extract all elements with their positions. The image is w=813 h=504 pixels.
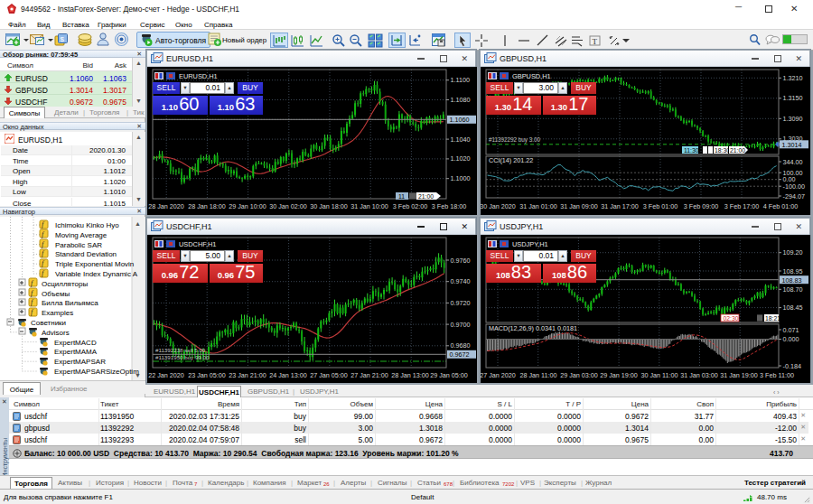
- svg-text:30 Jan 2020: 30 Jan 2020: [481, 202, 516, 210]
- svg-text:22 Jan 2020: 22 Jan 2020: [148, 371, 184, 379]
- svg-text:1.3150: 1.3150: [783, 94, 803, 102]
- svg-text:27 Jan 21:00: 27 Jan 21:00: [350, 371, 388, 379]
- svg-text:31 Jan 10:00: 31 Jan 10:00: [350, 202, 388, 210]
- svg-text:29 Jan 05:00: 29 Jan 05:00: [430, 371, 468, 379]
- svg-text:Triple Exponential Movin: Triple Exponential Movin: [55, 260, 134, 268]
- svg-text:27 Jan 05:00: 27 Jan 05:00: [310, 371, 348, 379]
- svg-text:21:00: 21:00: [418, 193, 434, 200]
- svg-text:108.83: 108.83: [782, 276, 802, 285]
- svg-text:28 Jan 18:00: 28 Jan 18:00: [188, 202, 226, 210]
- svg-text:11: 11: [398, 193, 405, 200]
- svg-text:0.9720: 0.9720: [451, 299, 471, 307]
- svg-text:Variable Index Dynamic A: Variable Index Dynamic A: [55, 270, 138, 278]
- svg-text:0.000: 0.000: [783, 335, 799, 343]
- svg-text:Объемы: Объемы: [42, 290, 70, 298]
- svg-text:1.3090: 1.3090: [783, 115, 803, 123]
- svg-text:Standard Deviation: Standard Deviation: [55, 250, 117, 258]
- svg-text:Советники: Советники: [31, 319, 66, 327]
- svg-text:-100.00: -100.00: [783, 182, 805, 191]
- svg-text:24 Jan 13:00: 24 Jan 13:00: [269, 371, 307, 379]
- svg-text:0.9760: 0.9760: [451, 257, 471, 265]
- svg-text:Осцилляторы: Осцилляторы: [42, 280, 88, 288]
- svg-text:ExpertMACD: ExpertMACD: [54, 339, 97, 347]
- svg-text:3 Feb 02:00: 3 Feb 02:00: [393, 202, 427, 210]
- svg-text:23 Jan 05:00: 23 Jan 05:00: [188, 371, 226, 379]
- svg-text:18:21:: 18:21:: [765, 315, 782, 322]
- svg-text:Advisors: Advisors: [42, 329, 70, 337]
- svg-text:-294.07: -294.07: [783, 192, 805, 201]
- svg-text:1.3014: 1.3014: [782, 141, 802, 149]
- svg-text:Билла Вильямса: Билла Вильямса: [42, 299, 98, 307]
- svg-text:28 Jan 13:00: 28 Jan 13:00: [391, 371, 429, 379]
- svg-text:ExpertMAMA: ExpertMAMA: [54, 348, 98, 356]
- svg-text:Parabolic SAR: Parabolic SAR: [55, 241, 102, 249]
- svg-text:ExpertMAPSAR: ExpertMAPSAR: [54, 358, 106, 366]
- svg-text:3 Feb 01:00: 3 Feb 01:00: [643, 202, 678, 210]
- svg-text:0.9740: 0.9740: [451, 277, 471, 285]
- svg-text:1.1100: 1.1100: [451, 76, 470, 84]
- svg-text:-0.184: -0.184: [783, 362, 801, 370]
- svg-text:USDCHF,H1: USDCHF,H1: [179, 240, 216, 248]
- svg-text:EURUSD,H1: EURUSD,H1: [179, 72, 218, 80]
- svg-text:1.3210: 1.3210: [783, 74, 803, 82]
- svg-text:CCI(14) 201.22: CCI(14) 201.22: [489, 156, 533, 164]
- svg-text:29 Jan 10:00: 29 Jan 10:00: [229, 202, 266, 210]
- svg-text:4 Feb 01:00: 4 Feb 01:00: [763, 202, 798, 210]
- svg-text:29 Jan 03:00: 29 Jan 03:00: [560, 371, 598, 379]
- svg-text:31 Jan 01:00: 31 Jan 01:00: [519, 202, 557, 210]
- svg-text:1.1000: 1.1000: [451, 174, 471, 182]
- svg-text:Examples: Examples: [42, 309, 73, 317]
- svg-text:108.95: 108.95: [783, 267, 803, 275]
- svg-text:27 Jan 2020: 27 Jan 2020: [481, 371, 516, 379]
- svg-text:108.45: 108.45: [783, 303, 803, 312]
- svg-text:#11391950 buy 99.00: #11391950 buy 99.00: [155, 354, 210, 360]
- svg-text:ExpertMAPSARSizeOptim: ExpertMAPSARSizeOptim: [54, 368, 139, 376]
- svg-text:28 Jan 11:00: 28 Jan 11:00: [519, 371, 556, 379]
- svg-text:#11392238 sell 5.00: #11392238 sell 5.00: [155, 347, 206, 353]
- svg-text:31 Jan 09:00: 31 Jan 09:00: [560, 202, 598, 210]
- svg-text:0.9700: 0.9700: [451, 321, 471, 329]
- svg-text:0.071: 0.071: [783, 326, 799, 334]
- svg-text:0.9680: 0.9680: [451, 341, 471, 350]
- svg-text:31 Jan 19:00: 31 Jan 19:00: [720, 371, 758, 379]
- svg-text:28 Jan 2020: 28 Jan 2020: [148, 202, 184, 210]
- svg-text:30 Jan 18:00: 30 Jan 18:00: [310, 202, 348, 210]
- svg-text:11:30: 11:30: [684, 147, 699, 154]
- svg-text:31 Jan 17:00: 31 Jan 17:00: [601, 202, 639, 210]
- svg-text:30 Jan 02:00: 30 Jan 02:00: [269, 202, 307, 210]
- svg-text:#11392292 buy 3.00: #11392292 buy 3.00: [489, 136, 540, 144]
- svg-text:30 Jan 11:00: 30 Jan 11:00: [640, 371, 678, 379]
- svg-text:108.70: 108.70: [783, 285, 803, 294]
- svg-text:1.1060: 1.1060: [450, 116, 470, 124]
- svg-text:31 Jan 03:00: 31 Jan 03:00: [680, 371, 718, 379]
- svg-text:T: T: [593, 37, 598, 46]
- svg-text:02:30: 02:30: [724, 315, 739, 322]
- svg-text:1.1080: 1.1080: [451, 96, 471, 104]
- svg-text:23 Jan 21:00: 23 Jan 21:00: [229, 371, 266, 379]
- svg-text:3 Feb 09:00: 3 Feb 09:00: [684, 202, 718, 210]
- svg-text:344.00: 344.00: [783, 158, 803, 166]
- svg-text:3 Feb 11:00: 3 Feb 11:00: [760, 371, 794, 379]
- svg-text:1.1020: 1.1020: [451, 154, 471, 163]
- svg-text:$: $: [61, 35, 65, 43]
- svg-text:21:00: 21:00: [730, 147, 745, 154]
- svg-text:Moving Average: Moving Average: [55, 231, 107, 239]
- svg-text:18:30: 18:30: [715, 147, 730, 154]
- svg-text:1.1040: 1.1040: [451, 135, 471, 144]
- svg-text:MACD(12,26,9) 0.0341 0.0181: MACD(12,26,9) 0.0341 0.0181: [489, 324, 577, 332]
- svg-text:0.9672: 0.9672: [450, 350, 470, 359]
- svg-text:109.20: 109.20: [783, 248, 803, 257]
- svg-text:3 Feb 17:00: 3 Feb 17:00: [724, 202, 759, 210]
- svg-text:USDJPY,H1: USDJPY,H1: [512, 240, 548, 248]
- svg-text:GBPUSD,H1: GBPUSD,H1: [512, 72, 551, 80]
- svg-text:29 Jan 19:00: 29 Jan 19:00: [600, 371, 638, 379]
- svg-text:3 Feb 18:00: 3 Feb 18:00: [432, 202, 466, 210]
- svg-text:▲: ▲: [135, 220, 141, 227]
- svg-text:Ichimoku Kinko Hyo: Ichimoku Kinko Hyo: [55, 221, 119, 229]
